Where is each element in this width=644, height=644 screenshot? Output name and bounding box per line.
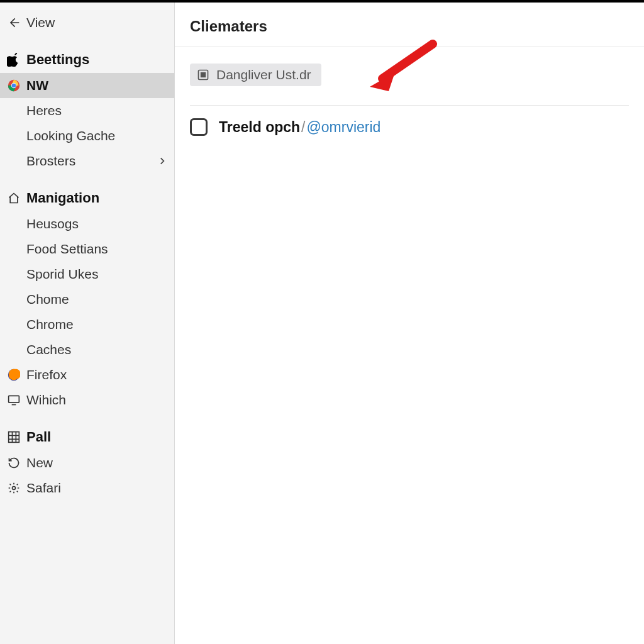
- gear-icon: [5, 482, 23, 494]
- svg-point-2: [12, 84, 16, 88]
- sidebar-item-brosters[interactable]: Brosters: [0, 148, 174, 174]
- svg-point-6: [13, 487, 16, 490]
- item-label: Heusogs: [26, 216, 79, 231]
- sidebar-item-looking-gache[interactable]: Looking Gache: [0, 123, 174, 148]
- sidebar-view[interactable]: View: [0, 10, 174, 35]
- item-separator: /: [301, 119, 305, 136]
- item-handle: @omrvierid: [306, 119, 380, 136]
- svg-rect-5: [9, 432, 19, 443]
- sidebar-item-chrome[interactable]: Chrome: [0, 312, 174, 337]
- sidebar-section-pall[interactable]: Pall: [0, 424, 174, 450]
- sidebar-view-label: View: [26, 15, 55, 30]
- file-item[interactable]: Dangliver Ust.dr: [190, 64, 321, 86]
- item-label: NW: [26, 78, 48, 93]
- svg-rect-4: [9, 396, 19, 402]
- file-icon: [196, 68, 210, 82]
- sidebar-item-wihich[interactable]: Wihich: [0, 387, 174, 413]
- sidebar-item-caches[interactable]: Caches: [0, 337, 174, 362]
- refresh-icon: [5, 457, 23, 469]
- sidebar-item-sporid-ukes[interactable]: Sporid Ukes: [0, 262, 174, 287]
- item-label: Caches: [26, 342, 71, 357]
- apple-icon: [5, 53, 23, 67]
- section-label: Manigation: [26, 190, 99, 206]
- monitor-icon: [5, 394, 23, 406]
- section-label: Beettings: [26, 52, 89, 68]
- annotation-arrow-icon: [364, 38, 439, 94]
- item-label: Food Settians: [26, 242, 108, 257]
- grid-icon: [5, 431, 23, 443]
- item-label: New: [26, 455, 53, 470]
- chrome-icon: [5, 79, 23, 92]
- sidebar-item-heusogs[interactable]: Heusogs: [0, 211, 174, 236]
- item-label: Firefox: [26, 367, 67, 382]
- item-label: Safari: [26, 480, 61, 496]
- chevron-right-icon: [158, 157, 167, 165]
- sidebar-item-food-settians[interactable]: Food Settians: [0, 236, 174, 262]
- main-panel: Cliematers Dangliver Ust.dr Treeld opch …: [175, 3, 644, 644]
- svg-rect-8: [201, 72, 206, 77]
- sidebar-item-firefox[interactable]: Firefox: [0, 362, 174, 387]
- sidebar-section-beettings[interactable]: Beettings: [0, 47, 174, 73]
- sidebar-item-heres[interactable]: Heres: [0, 98, 174, 123]
- sidebar-section-manigation[interactable]: Manigation: [0, 185, 174, 211]
- item-label: Wihich: [26, 392, 66, 408]
- sidebar-item-nw[interactable]: NW: [0, 73, 174, 98]
- sidebar-item-safari[interactable]: Safari: [0, 475, 174, 501]
- sidebar-item-new[interactable]: New: [0, 450, 174, 475]
- file-name: Dangliver Ust.dr: [216, 67, 311, 82]
- firefox-icon: [5, 369, 23, 381]
- item-label: Chome: [26, 292, 69, 307]
- item-label: Brosters: [26, 153, 75, 169]
- sidebar-item-chome[interactable]: Chome: [0, 287, 174, 312]
- list-item[interactable]: Treeld opch / @omrvierid: [190, 118, 629, 136]
- back-arrow-icon: [5, 16, 23, 29]
- item-label: Sporid Ukes: [26, 267, 98, 282]
- item-label: Treeld opch: [219, 119, 300, 136]
- item-label: Looking Gache: [26, 128, 115, 143]
- house-icon: [5, 192, 23, 204]
- section-label: Pall: [26, 429, 51, 445]
- item-label: Heres: [26, 103, 62, 118]
- divider: [190, 105, 629, 106]
- checkbox[interactable]: [190, 118, 208, 136]
- item-label: Chrome: [26, 317, 74, 332]
- sidebar: View Beettings NW Heres Looking Gache Br…: [0, 3, 175, 644]
